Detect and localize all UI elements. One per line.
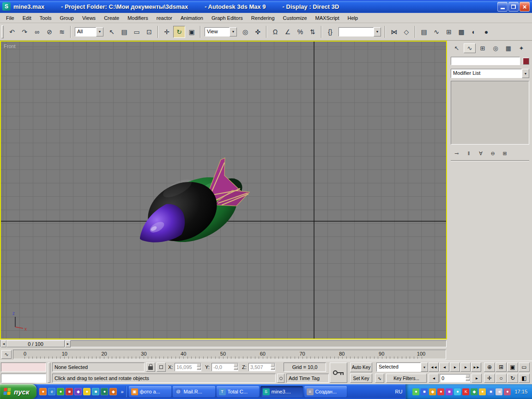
- menu-item[interactable]: File: [2, 14, 18, 22]
- tab-motion-icon[interactable]: ◎: [490, 43, 502, 53]
- task-sozdan-button[interactable]: ≡ Создан...: [304, 386, 347, 397]
- bind-to-space-warp-icon[interactable]: ≋: [56, 26, 68, 38]
- arc-rotate-button[interactable]: ↻: [507, 374, 518, 383]
- quick-launch-overflow-chevron[interactable]: »: [120, 389, 124, 394]
- select-and-manipulate-icon[interactable]: ✜: [252, 26, 264, 38]
- zoom-extents-button[interactable]: ▣: [507, 363, 518, 372]
- listener-splitter[interactable]: [48, 363, 50, 383]
- start-button[interactable]: пуск: [0, 384, 36, 399]
- make-unique-button[interactable]: ∀: [476, 149, 486, 157]
- close-button[interactable]: [520, 2, 530, 12]
- zoom-button[interactable]: ⊕: [484, 363, 495, 372]
- menu-item[interactable]: Rendering: [247, 14, 279, 22]
- tray-5-icon[interactable]: ■: [446, 388, 453, 395]
- title-bar[interactable]: S mine3.max- Project Folder: C:\Мои доку…: [0, 0, 532, 13]
- add-time-tag-field[interactable]: Add Time Tag: [286, 374, 329, 383]
- select-and-link-icon[interactable]: ∞: [31, 26, 43, 38]
- minimize-button[interactable]: [497, 2, 508, 12]
- percent-snap-toggle-icon[interactable]: %: [294, 26, 306, 38]
- menu-item[interactable]: Animation: [176, 14, 207, 22]
- previous-key-button[interactable]: ◄: [429, 374, 439, 383]
- select-by-name-icon[interactable]: ▤: [118, 26, 130, 38]
- tray-11-icon[interactable]: ◄: [496, 388, 502, 395]
- taskbar-clock[interactable]: 17:15: [514, 389, 527, 394]
- menu-item[interactable]: reactor: [152, 14, 176, 22]
- select-and-uniform-scale-icon[interactable]: ▣: [186, 26, 198, 38]
- ql-9-icon[interactable]: ◆: [109, 388, 117, 395]
- ql-7-icon[interactable]: ■: [92, 388, 99, 395]
- key-filters-button[interactable]: Key Filters...: [386, 374, 427, 383]
- ql-8-icon[interactable]: ●: [101, 388, 108, 395]
- set-keys-button[interactable]: [330, 363, 347, 383]
- tray-3-icon[interactable]: ◆: [429, 388, 436, 395]
- tab-display-icon[interactable]: ▦: [502, 43, 514, 53]
- menu-item[interactable]: Edit: [18, 14, 36, 22]
- ql-3-icon[interactable]: ●: [57, 388, 64, 395]
- previous-frame-button[interactable]: ◄: [439, 363, 449, 372]
- ql-2-icon[interactable]: e: [48, 388, 55, 395]
- tray-12-icon[interactable]: ●: [504, 388, 511, 395]
- task-total-commander-button[interactable]: T Total C...: [217, 386, 259, 397]
- edit-named-selection-sets-icon[interactable]: {}: [324, 26, 336, 38]
- tab-modify-icon[interactable]: ∿: [464, 43, 476, 53]
- next-key-button[interactable]: ►: [472, 374, 482, 383]
- tray-10-icon[interactable]: ■: [487, 388, 494, 395]
- tray-8-icon[interactable]: ◆: [471, 388, 478, 395]
- tab-create-icon[interactable]: ↖: [451, 43, 463, 53]
- zoom-all-button[interactable]: ⊞: [496, 363, 507, 372]
- spinner-snap-toggle-icon[interactable]: ⇅: [307, 26, 319, 38]
- language-indicator[interactable]: RU: [392, 389, 406, 394]
- ql-5-icon[interactable]: ◆: [74, 388, 82, 395]
- dropdown-arrow-icon[interactable]: [230, 27, 237, 36]
- use-pivot-point-center-icon[interactable]: ◎: [239, 26, 251, 38]
- time-slider-handle[interactable]: 0 / 100: [6, 340, 65, 347]
- undo-icon[interactable]: ↶: [6, 26, 18, 38]
- pin-stack-button[interactable]: ⊸: [452, 149, 462, 157]
- object-name-field[interactable]: [451, 57, 520, 65]
- timeline-ruler[interactable]: 0102030405060708090100: [13, 350, 446, 359]
- redo-icon[interactable]: ↷: [18, 26, 30, 38]
- maxscript-listener-field[interactable]: [1, 374, 46, 383]
- angle-snap-toggle-icon[interactable]: ∠: [282, 26, 294, 38]
- go-to-end-button[interactable]: ►►: [471, 363, 481, 372]
- tray-6-icon[interactable]: ●: [454, 388, 461, 395]
- set-key-button[interactable]: Set Key: [350, 374, 372, 383]
- named-selection-sets-dropdown[interactable]: [339, 27, 381, 36]
- tray-9-icon[interactable]: ●: [479, 388, 486, 395]
- viewport-front[interactable]: z x Front: [0, 41, 447, 339]
- tray-4-icon[interactable]: ●: [437, 388, 444, 395]
- mini-curve-editor-button[interactable]: ∿: [1, 350, 12, 359]
- render-setup-icon[interactable]: ◐: [468, 26, 480, 38]
- macro-recorder-field[interactable]: [1, 363, 46, 372]
- dropdown-arrow-icon[interactable]: [374, 27, 381, 36]
- show-end-result-button[interactable]: ‖: [464, 149, 474, 157]
- next-frame-button[interactable]: ►: [460, 363, 471, 372]
- auto-key-button[interactable]: Auto Key: [350, 363, 372, 372]
- menu-item[interactable]: Create: [100, 14, 123, 22]
- menu-item[interactable]: Help: [344, 14, 363, 22]
- coord-x-spinner[interactable]: [197, 363, 201, 370]
- go-to-start-button[interactable]: ◄◄: [429, 363, 439, 372]
- menu-item[interactable]: Views: [78, 14, 100, 22]
- remove-modifier-button[interactable]: ⊖: [488, 149, 498, 157]
- absolute-mode-toggle[interactable]: [157, 363, 166, 372]
- menu-item[interactable]: Customize: [279, 14, 311, 22]
- toolbar-drag-handle[interactable]: [1, 25, 4, 38]
- select-and-move-icon[interactable]: ✛: [161, 26, 173, 38]
- tab-utilities-icon[interactable]: ✦: [515, 43, 527, 53]
- ql-1-icon[interactable]: ●: [39, 388, 47, 395]
- tray-1-icon[interactable]: ●: [412, 388, 419, 395]
- play-animation-button[interactable]: ►: [450, 363, 460, 372]
- rocket-object[interactable]: [138, 158, 249, 255]
- menu-item[interactable]: Group: [55, 14, 78, 22]
- ql-4-icon[interactable]: ■: [66, 388, 73, 395]
- dropdown-arrow-icon[interactable]: [421, 363, 428, 372]
- reference-coordinate-dropdown[interactable]: View: [205, 27, 237, 36]
- rectangular-selection-region-icon[interactable]: ▭: [131, 26, 143, 38]
- current-frame-spinner[interactable]: [466, 375, 470, 381]
- window-crossing-toggle-icon[interactable]: ⊡: [143, 26, 155, 38]
- layer-manager-icon[interactable]: ▤: [418, 26, 430, 38]
- time-slider-prev-arrow[interactable]: ◄: [1, 340, 6, 347]
- orbit-button[interactable]: ○: [496, 374, 507, 383]
- task-photo-button[interactable]: ▣ фото а...: [129, 386, 171, 397]
